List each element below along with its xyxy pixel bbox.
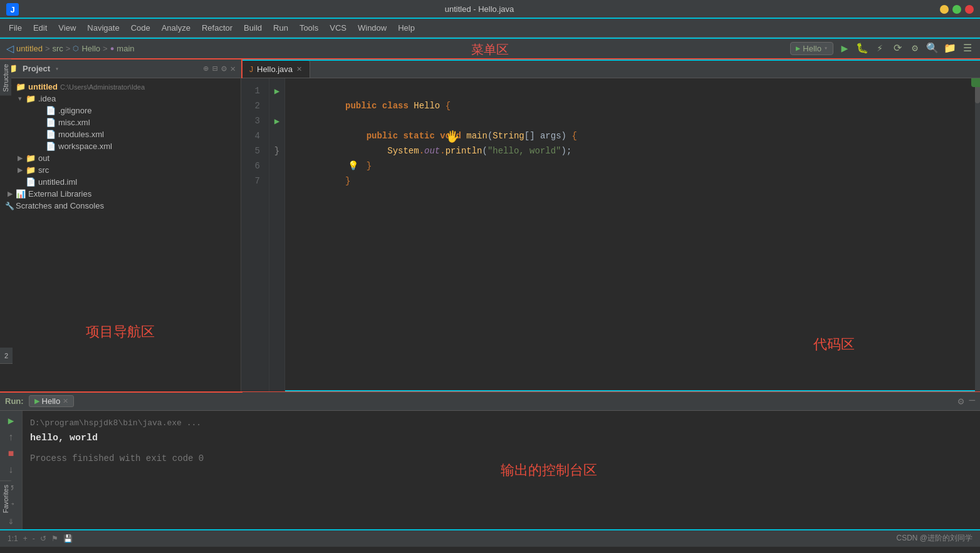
fold-line5[interactable]: } xyxy=(274,146,279,156)
coverage-button[interactable]: ⚡ xyxy=(873,42,886,54)
scrollbar[interactable] xyxy=(975,78,980,391)
menu-edit[interactable]: Edit xyxy=(28,21,52,34)
tree-out-folder[interactable]: ▶ 📁 out xyxy=(0,152,241,164)
breadcrumb-project[interactable]: untitled xyxy=(16,44,43,53)
code-content[interactable]: public class Hello { 🖐 public static voi… xyxy=(285,78,980,391)
menu-navigate[interactable]: Navigate xyxy=(82,21,124,34)
idea-folder-name: .idea xyxy=(38,94,56,103)
ext-expand-icon[interactable]: ▶ xyxy=(5,190,15,198)
sidebar-collapse-icon[interactable]: ⊟ xyxy=(212,63,217,74)
menu-window[interactable]: Window xyxy=(353,21,392,34)
menu-view[interactable]: View xyxy=(53,21,81,34)
svg-text:J: J xyxy=(10,5,14,14)
nav-back-icon[interactable]: ◁ xyxy=(6,43,14,54)
run-arrow-line1[interactable]: ▶ xyxy=(274,86,279,96)
run-panel: Run: ▶ Hello ✕ ⚙ ─ ▶ ↑ ■ ↓ ↺ ↔ ⇓ ⊞ D:\pr… xyxy=(0,391,980,529)
tree-src-folder[interactable]: ▶ 📁 src xyxy=(0,164,241,176)
code-area: J Hello.java ✕ 1 2 3 4 5 6 7 ▶ ▶ xyxy=(241,59,980,391)
menu-area-label: 菜单区 xyxy=(471,40,509,59)
run-arrow-line3[interactable]: ▶ xyxy=(274,116,279,127)
toolbar-right: ▶ Hello ▾ ▶ 🐛 ⚡ ⟳ ⚙ 🔍 📁 ☰ xyxy=(790,42,974,55)
menu-tools[interactable]: Tools xyxy=(295,21,323,34)
breadcrumb-src[interactable]: src xyxy=(53,44,63,53)
panel-number-2[interactable]: 2 xyxy=(0,348,13,364)
tree-workspace-xml[interactable]: 📄 workspace.xml xyxy=(0,140,241,152)
menu-vcs[interactable]: VCS xyxy=(325,21,352,34)
menu-code[interactable]: Code xyxy=(126,21,155,34)
zoom-out-icon[interactable]: - xyxy=(33,534,35,543)
menu-refactor[interactable]: Refactor xyxy=(197,21,237,34)
tree-idea-folder[interactable]: ▾ 📁 .idea xyxy=(0,93,241,105)
workspace-xml-name: workspace.xml xyxy=(58,142,112,151)
reload-icon[interactable]: ↺ xyxy=(40,534,46,543)
sidebar-scope-icon[interactable]: ⊕ xyxy=(203,63,208,74)
run-output: D:\program\hspjdk8\bin\java.exe ... hell… xyxy=(23,411,980,529)
menu-run[interactable]: Run xyxy=(268,21,293,34)
tab-hello-java[interactable]: J Hello.java ✕ xyxy=(241,60,310,78)
run-config-selector[interactable]: ▶ Hello ▾ xyxy=(790,42,833,55)
menu-help[interactable]: Help xyxy=(393,21,420,34)
sidebar-close-icon[interactable]: ✕ xyxy=(231,63,236,74)
close-button[interactable] xyxy=(965,5,974,14)
run-tab-hello[interactable]: ▶ Hello ✕ xyxy=(29,395,75,407)
run-down-icon[interactable]: ↓ xyxy=(3,465,19,476)
project-structure-button[interactable]: 📁 xyxy=(944,42,956,54)
src-expand-icon[interactable]: ▶ xyxy=(15,166,25,174)
minimize-button[interactable] xyxy=(940,5,949,14)
title-bar-title: untitled - Hello.java xyxy=(445,4,514,14)
sidebar-area-label: 项目导航区 xyxy=(86,323,155,341)
tree-external-libs[interactable]: ▶ 📊 External Libraries xyxy=(0,188,241,200)
sidebar-title: Project xyxy=(23,64,50,73)
settings-button[interactable]: ⚙ xyxy=(909,42,921,54)
breadcrumb-main[interactable]: main xyxy=(117,44,134,53)
run-panel-settings-icon[interactable]: ⚙ xyxy=(958,395,964,408)
maximize-button[interactable] xyxy=(952,5,961,14)
sidebar-toolbar: ⊕ ⊟ ⚙ ✕ xyxy=(203,63,236,74)
code-editor[interactable]: 1 2 3 4 5 6 7 ▶ ▶ } xyxy=(241,78,980,391)
tab-hello-name: Hello.java xyxy=(257,65,293,74)
tree-scratches[interactable]: 🔧 Scratches and Consoles xyxy=(0,200,241,212)
menu-analyze[interactable]: Analyze xyxy=(157,21,195,34)
favorites-panel-label[interactable]: Favorites xyxy=(0,480,11,517)
search-everywhere-button[interactable]: 🔍 xyxy=(926,42,939,54)
run-spacer xyxy=(30,446,972,451)
misc-xml-name: misc.xml xyxy=(58,118,90,127)
modules-xml-icon: 📄 xyxy=(45,130,56,139)
out-expand-icon[interactable]: ▶ xyxy=(15,154,25,162)
sdk-setup-button[interactable]: ☰ xyxy=(961,42,974,54)
run-stop-icon[interactable]: ■ xyxy=(3,448,19,460)
debug-button[interactable]: 🐛 xyxy=(856,42,868,54)
modules-xml-name: modules.xml xyxy=(58,130,104,139)
structure-panel-label[interactable]: Structure xyxy=(0,59,11,96)
tree-untitled-iml[interactable]: 📄 untitled.iml xyxy=(0,176,241,188)
out-folder-icon: 📁 xyxy=(25,153,36,163)
run-button[interactable]: ▶ xyxy=(838,42,851,54)
file-tree: ▾ 📁 untitled C:\Users\Administrator\Idea… xyxy=(0,78,241,391)
tree-misc-xml[interactable]: 📄 misc.xml xyxy=(0,116,241,128)
menu-file[interactable]: File xyxy=(4,21,27,34)
menu-build[interactable]: Build xyxy=(239,21,267,34)
title-bar-controls[interactable] xyxy=(940,5,974,14)
profile-button[interactable]: ⟳ xyxy=(891,42,904,54)
sidebar-settings-icon[interactable]: ⚙ xyxy=(221,63,226,74)
run-play-icon[interactable]: ▶ xyxy=(3,415,19,427)
breadcrumb-hello[interactable]: Hello xyxy=(81,44,100,53)
zoom-in-icon[interactable]: + xyxy=(23,534,28,543)
title-bar: J untitled - Hello.java xyxy=(0,0,980,19)
tab-bar: J Hello.java ✕ xyxy=(241,59,980,78)
tab-close-icon[interactable]: ✕ xyxy=(296,65,302,73)
code-line-7 xyxy=(293,173,972,189)
run-config-dropdown-icon[interactable]: ▾ xyxy=(824,44,828,52)
run-tab-close-icon[interactable]: ✕ xyxy=(63,397,68,405)
code-line-3: public static void main(String[] args) {… xyxy=(293,113,972,128)
bookmark-icon[interactable]: ⚑ xyxy=(51,534,58,543)
run-up-icon[interactable]: ↑ xyxy=(3,432,19,443)
sidebar-dropdown-icon[interactable]: ▾ xyxy=(55,65,59,73)
tree-modules-xml[interactable]: 📄 modules.xml xyxy=(0,128,241,140)
save-icon[interactable]: 💾 xyxy=(63,534,73,543)
idea-expand-icon[interactable]: ▾ xyxy=(15,95,25,103)
run-panel-minimize-icon[interactable]: ─ xyxy=(969,395,975,408)
tree-root-untitled[interactable]: ▾ 📁 untitled C:\Users\Administrator\Idea xyxy=(0,81,241,93)
tree-gitignore[interactable]: 📄 .gitignore xyxy=(0,105,241,116)
src-folder-name: src xyxy=(38,165,49,175)
